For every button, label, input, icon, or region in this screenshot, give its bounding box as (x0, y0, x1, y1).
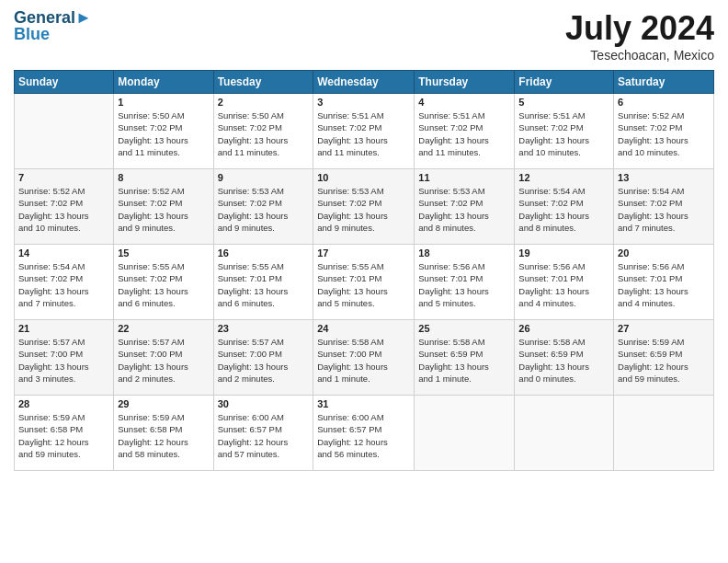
logo: General► Blue (14, 9, 92, 44)
day-info: Sunrise: 5:59 AM Sunset: 6:58 PM Dayligh… (118, 412, 188, 459)
day-info: Sunrise: 6:00 AM Sunset: 6:57 PM Dayligh… (218, 412, 289, 459)
day-info: Sunrise: 5:54 AM Sunset: 7:02 PM Dayligh… (618, 186, 688, 233)
col-wednesday: Wednesday (313, 71, 415, 94)
calendar-cell: 29 Sunrise: 5:59 AM Sunset: 6:58 PM Dayl… (114, 396, 213, 471)
calendar-cell: 15 Sunrise: 5:55 AM Sunset: 7:02 PM Dayl… (114, 245, 213, 320)
calendar-cell: 12 Sunrise: 5:54 AM Sunset: 7:02 PM Dayl… (515, 169, 614, 245)
calendar-cell: 18 Sunrise: 5:56 AM Sunset: 7:01 PM Dayl… (415, 245, 515, 320)
day-number: 15 (118, 247, 209, 259)
col-thursday: Thursday (415, 71, 515, 94)
calendar-cell: 16 Sunrise: 5:55 AM Sunset: 7:01 PM Dayl… (213, 245, 313, 320)
day-info: Sunrise: 5:52 AM Sunset: 7:02 PM Dayligh… (618, 110, 688, 157)
calendar-cell: 3 Sunrise: 5:51 AM Sunset: 7:02 PM Dayli… (313, 94, 415, 169)
day-number: 2 (218, 97, 310, 108)
day-info: Sunrise: 5:58 AM Sunset: 6:59 PM Dayligh… (518, 337, 589, 384)
day-info: Sunrise: 5:55 AM Sunset: 7:02 PM Dayligh… (118, 261, 188, 308)
day-info: Sunrise: 5:58 AM Sunset: 6:59 PM Dayligh… (418, 337, 489, 384)
day-number: 8 (118, 172, 209, 183)
day-info: Sunrise: 5:51 AM Sunset: 7:02 PM Dayligh… (317, 110, 388, 157)
day-number: 29 (118, 398, 209, 409)
day-number: 4 (418, 97, 510, 108)
calendar-body: 1 Sunrise: 5:50 AM Sunset: 7:02 PM Dayli… (15, 94, 714, 471)
day-info: Sunrise: 5:58 AM Sunset: 7:00 PM Dayligh… (317, 337, 388, 384)
day-info: Sunrise: 5:53 AM Sunset: 7:02 PM Dayligh… (317, 186, 388, 233)
day-info: Sunrise: 5:59 AM Sunset: 6:59 PM Dayligh… (618, 337, 688, 384)
header: General► Blue July 2024 Tesechoacan, Mex… (14, 9, 714, 63)
day-number: 11 (418, 172, 510, 183)
calendar-cell: 5 Sunrise: 5:51 AM Sunset: 7:02 PM Dayli… (515, 94, 614, 169)
day-number: 9 (218, 172, 310, 183)
month-title: July 2024 (565, 9, 714, 48)
day-info: Sunrise: 5:56 AM Sunset: 7:01 PM Dayligh… (518, 261, 589, 308)
day-info: Sunrise: 5:54 AM Sunset: 7:02 PM Dayligh… (518, 186, 589, 233)
calendar-cell: 9 Sunrise: 5:53 AM Sunset: 7:02 PM Dayli… (213, 169, 313, 245)
page-container: General► Blue July 2024 Tesechoacan, Mex… (0, 0, 728, 480)
calendar-cell: 11 Sunrise: 5:53 AM Sunset: 7:02 PM Dayl… (415, 169, 515, 245)
calendar-cell: 10 Sunrise: 5:53 AM Sunset: 7:02 PM Dayl… (313, 169, 415, 245)
calendar-cell: 6 Sunrise: 5:52 AM Sunset: 7:02 PM Dayli… (614, 94, 714, 169)
day-number: 20 (618, 247, 710, 259)
day-info: Sunrise: 5:57 AM Sunset: 7:00 PM Dayligh… (218, 337, 289, 384)
day-info: Sunrise: 5:56 AM Sunset: 7:01 PM Dayligh… (418, 261, 489, 308)
logo-arrow: ► (75, 8, 92, 27)
day-info: Sunrise: 5:56 AM Sunset: 7:01 PM Dayligh… (618, 261, 688, 308)
day-number: 5 (518, 97, 609, 108)
day-number: 27 (618, 323, 710, 334)
calendar-week-1: 1 Sunrise: 5:50 AM Sunset: 7:02 PM Dayli… (15, 94, 714, 169)
day-number: 28 (18, 398, 109, 409)
day-number: 3 (317, 97, 410, 108)
day-number: 22 (118, 323, 209, 334)
day-info: Sunrise: 5:51 AM Sunset: 7:02 PM Dayligh… (418, 110, 489, 157)
day-number: 6 (618, 97, 710, 108)
calendar-cell: 4 Sunrise: 5:51 AM Sunset: 7:02 PM Dayli… (415, 94, 515, 169)
calendar-cell: 28 Sunrise: 5:59 AM Sunset: 6:58 PM Dayl… (15, 396, 114, 471)
logo-line2: Blue (14, 26, 92, 44)
day-number: 13 (618, 172, 710, 183)
calendar-cell: 14 Sunrise: 5:54 AM Sunset: 7:02 PM Dayl… (15, 245, 114, 320)
calendar-cell: 20 Sunrise: 5:56 AM Sunset: 7:01 PM Dayl… (614, 245, 714, 320)
day-number: 14 (18, 247, 109, 259)
header-row: Sunday Monday Tuesday Wednesday Thursday… (15, 71, 714, 94)
day-number: 23 (218, 323, 310, 334)
col-saturday: Saturday (614, 71, 714, 94)
day-info: Sunrise: 5:50 AM Sunset: 7:02 PM Dayligh… (118, 110, 188, 157)
day-info: Sunrise: 5:52 AM Sunset: 7:02 PM Dayligh… (118, 186, 188, 233)
day-info: Sunrise: 5:51 AM Sunset: 7:02 PM Dayligh… (518, 110, 589, 157)
day-number: 30 (218, 398, 310, 409)
calendar-cell: 30 Sunrise: 6:00 AM Sunset: 6:57 PM Dayl… (213, 396, 313, 471)
day-info: Sunrise: 5:55 AM Sunset: 7:01 PM Dayligh… (218, 261, 289, 308)
col-monday: Monday (114, 71, 213, 94)
col-friday: Friday (515, 71, 614, 94)
calendar-table: Sunday Monday Tuesday Wednesday Thursday… (14, 70, 714, 471)
calendar-week-2: 7 Sunrise: 5:52 AM Sunset: 7:02 PM Dayli… (15, 169, 714, 245)
logo-line1: General (14, 8, 75, 27)
calendar-cell: 27 Sunrise: 5:59 AM Sunset: 6:59 PM Dayl… (614, 320, 714, 396)
calendar-week-5: 28 Sunrise: 5:59 AM Sunset: 6:58 PM Dayl… (15, 396, 714, 471)
calendar-cell: 2 Sunrise: 5:50 AM Sunset: 7:02 PM Dayli… (213, 94, 313, 169)
calendar-header: Sunday Monday Tuesday Wednesday Thursday… (15, 71, 714, 94)
title-area: July 2024 Tesechoacan, Mexico (565, 9, 714, 63)
calendar-cell: 22 Sunrise: 5:57 AM Sunset: 7:00 PM Dayl… (114, 320, 213, 396)
calendar-cell (515, 396, 614, 471)
day-number: 21 (18, 323, 109, 334)
location: Tesechoacan, Mexico (565, 48, 714, 63)
day-info: Sunrise: 6:00 AM Sunset: 6:57 PM Dayligh… (317, 412, 388, 459)
day-info: Sunrise: 5:59 AM Sunset: 6:58 PM Dayligh… (18, 412, 89, 459)
calendar-cell: 17 Sunrise: 5:55 AM Sunset: 7:01 PM Dayl… (313, 245, 415, 320)
day-info: Sunrise: 5:50 AM Sunset: 7:02 PM Dayligh… (218, 110, 289, 157)
day-number: 12 (518, 172, 609, 183)
day-info: Sunrise: 5:57 AM Sunset: 7:00 PM Dayligh… (18, 337, 89, 384)
calendar-cell: 8 Sunrise: 5:52 AM Sunset: 7:02 PM Dayli… (114, 169, 213, 245)
calendar-cell: 26 Sunrise: 5:58 AM Sunset: 6:59 PM Dayl… (515, 320, 614, 396)
day-info: Sunrise: 5:55 AM Sunset: 7:01 PM Dayligh… (317, 261, 388, 308)
day-number: 10 (317, 172, 410, 183)
calendar-cell: 7 Sunrise: 5:52 AM Sunset: 7:02 PM Dayli… (15, 169, 114, 245)
calendar-cell: 1 Sunrise: 5:50 AM Sunset: 7:02 PM Dayli… (114, 94, 213, 169)
day-info: Sunrise: 5:52 AM Sunset: 7:02 PM Dayligh… (18, 186, 89, 233)
calendar-cell: 19 Sunrise: 5:56 AM Sunset: 7:01 PM Dayl… (515, 245, 614, 320)
day-number: 24 (317, 323, 410, 334)
day-number: 17 (317, 247, 410, 259)
calendar-cell: 13 Sunrise: 5:54 AM Sunset: 7:02 PM Dayl… (614, 169, 714, 245)
day-number: 1 (118, 97, 209, 108)
day-info: Sunrise: 5:57 AM Sunset: 7:00 PM Dayligh… (118, 337, 188, 384)
